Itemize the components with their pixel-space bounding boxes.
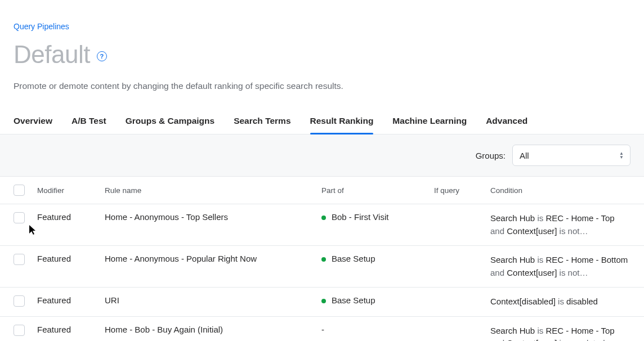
cell-rule-name: Home - Anonymous - Top Sellers: [105, 212, 321, 222]
help-icon[interactable]: ?: [97, 51, 107, 61]
cell-part-of: Bob - First Visit: [321, 212, 434, 222]
row-checkbox[interactable]: [14, 295, 25, 307]
col-modifier: Modifier: [37, 186, 105, 195]
tab-groups-campaigns[interactable]: Groups & Campaigns: [126, 116, 214, 134]
col-rule-name: Rule name: [105, 186, 321, 195]
table-row[interactable]: FeaturedURIBase SetupContext[disabled] i…: [0, 288, 644, 317]
cell-condition: Search Hub is REC - Home - Top and Conte…: [490, 325, 630, 342]
cell-part-of: -: [321, 325, 434, 334]
part-of-text: -: [321, 325, 324, 334]
cell-part-of: Base Setup: [321, 295, 434, 305]
groups-select[interactable]: [512, 145, 630, 166]
table-row[interactable]: FeaturedHome - Anonymous - Top SellersBo…: [0, 204, 644, 246]
cell-rule-name: Home - Anonymous - Popular Right Now: [105, 254, 321, 263]
result-table: Modifier Rule name Part of If query Cond…: [0, 176, 644, 341]
table-row[interactable]: FeaturedHome - Bob - Buy Again (Initial)…: [0, 317, 644, 342]
part-of-text: Bob - First Visit: [332, 212, 388, 222]
col-if-query: If query: [434, 186, 490, 195]
tab-search-terms[interactable]: Search Terms: [234, 116, 290, 134]
col-part-of: Part of: [321, 186, 434, 195]
cell-condition: Context[disabled] is disabled: [490, 295, 630, 308]
cell-modifier: Featured: [37, 325, 105, 334]
cell-part-of: Base Setup: [321, 254, 434, 263]
status-dot-icon: [321, 257, 326, 262]
tab-result-ranking[interactable]: Result Ranking: [310, 116, 374, 134]
part-of-text: Base Setup: [332, 254, 375, 263]
table-row[interactable]: FeaturedHome - Anonymous - Popular Right…: [0, 246, 644, 288]
col-condition: Condition: [490, 186, 630, 195]
row-checkbox[interactable]: [14, 325, 25, 336]
tabs: OverviewA/B TestGroups & CampaignsSearch…: [14, 116, 630, 134]
page-title: Default: [14, 41, 90, 69]
breadcrumb: Query Pipelines: [14, 0, 630, 32]
tab-a-b-test[interactable]: A/B Test: [71, 116, 106, 134]
row-checkbox[interactable]: [14, 254, 25, 265]
tab-machine-learning[interactable]: Machine Learning: [392, 116, 467, 134]
cell-modifier: Featured: [37, 295, 105, 305]
cell-rule-name: Home - Bob - Buy Again (Initial): [105, 325, 321, 334]
cell-condition: Search Hub is REC - Home - Bottom and Co…: [490, 254, 630, 279]
status-dot-icon: [321, 216, 326, 220]
page-description: Promote or demote content by changing th…: [14, 81, 630, 91]
breadcrumb-link[interactable]: Query Pipelines: [14, 22, 69, 31]
status-dot-icon: [321, 299, 326, 303]
row-checkbox[interactable]: [14, 212, 25, 223]
tab-overview[interactable]: Overview: [14, 116, 52, 134]
cell-condition: Search Hub is REC - Home - Top and Conte…: [490, 212, 630, 237]
part-of-text: Base Setup: [332, 295, 375, 305]
cell-rule-name: URI: [105, 295, 321, 305]
cell-modifier: Featured: [37, 254, 105, 263]
tab-advanced[interactable]: Advanced: [486, 116, 527, 134]
cell-modifier: Featured: [37, 212, 105, 222]
groups-label: Groups:: [476, 151, 506, 160]
select-all-checkbox[interactable]: [14, 185, 25, 196]
